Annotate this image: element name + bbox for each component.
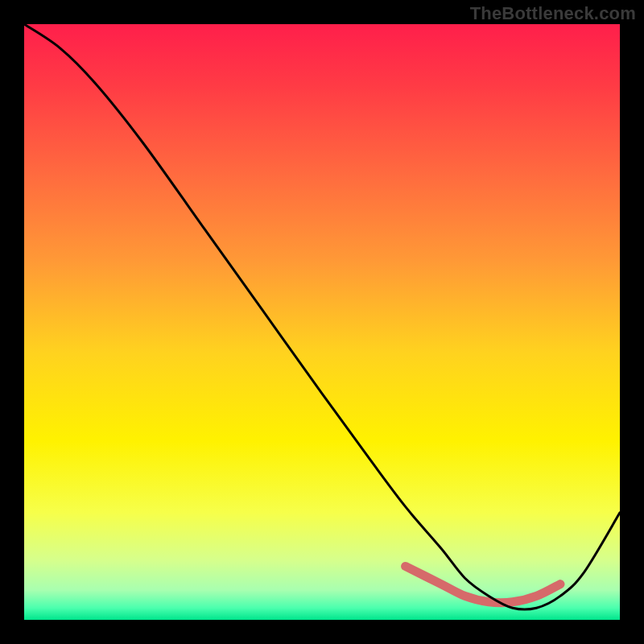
plot-area (24, 24, 620, 620)
plot-svg (24, 24, 620, 620)
gradient-background (24, 24, 620, 620)
chart-frame: TheBottleneck.com (0, 0, 644, 644)
watermark-text: TheBottleneck.com (470, 3, 636, 24)
